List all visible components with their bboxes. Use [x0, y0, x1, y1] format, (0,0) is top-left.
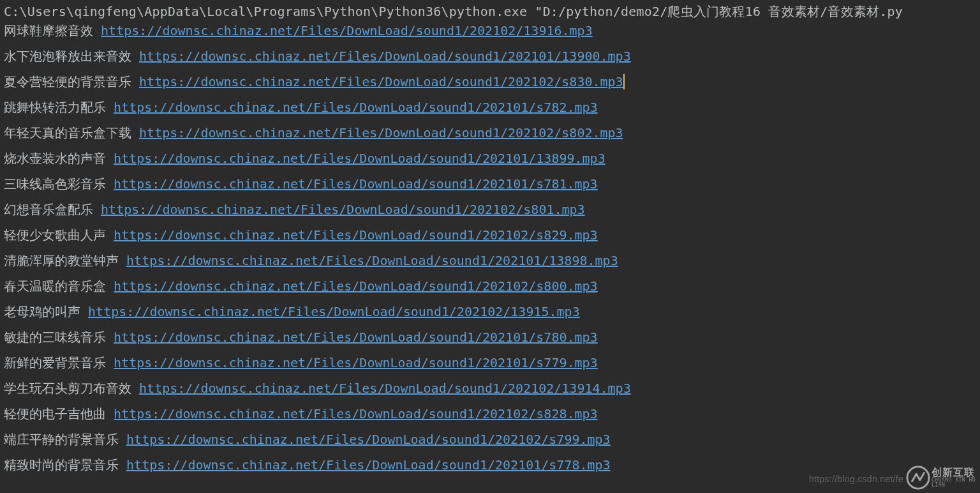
console-output[interactable]: C:\Users\qingfeng\AppData\Local\Programs…	[0, 0, 980, 471]
command-line: C:\Users\qingfeng\AppData\Local\Programs…	[4, 5, 976, 18]
output-row: 烧水壶装水的声音 https://downsc.chinaz.net/Files…	[4, 152, 976, 165]
output-label: 学生玩石头剪刀布音效	[4, 381, 131, 396]
output-row: 轻便的电子吉他曲 https://downsc.chinaz.net/Files…	[4, 407, 976, 420]
output-url-link[interactable]: https://downsc.chinaz.net/Files/DownLoad…	[126, 253, 618, 268]
output-row: 端庄平静的背景音乐 https://downsc.chinaz.net/File…	[4, 433, 976, 446]
output-url-link[interactable]: https://downsc.chinaz.net/Files/DownLoad…	[139, 74, 625, 89]
output-row: 三味线高色彩音乐 https://downsc.chinaz.net/Files…	[4, 178, 976, 190]
output-url-link[interactable]: https://downsc.chinaz.net/Files/DownLoad…	[114, 227, 598, 243]
output-row: 夏令营轻便的背景音乐 https://downsc.chinaz.net/Fil…	[4, 75, 976, 88]
output-row: 春天温暖的音乐盒 https://downsc.chinaz.net/Files…	[4, 280, 976, 292]
output-url-link[interactable]: https://downsc.chinaz.net/Files/DownLoad…	[114, 355, 598, 370]
output-label: 清脆浑厚的教堂钟声	[4, 253, 119, 268]
output-label: 敏捷的三味线音乐	[4, 330, 106, 345]
output-label: 水下泡泡释放出来音效	[4, 49, 131, 64]
output-label: 三味线高色彩音乐	[4, 176, 106, 192]
watermark-logo: 创新互联 CHUANG XIN HU LIAN	[906, 465, 976, 490]
output-label: 端庄平静的背景音乐	[4, 432, 119, 447]
output-url-link[interactable]: https://downsc.chinaz.net/Files/DownLoad…	[101, 202, 585, 217]
output-label: 烧水壶装水的声音	[4, 151, 106, 166]
logo-text-cn: 创新互联	[932, 467, 976, 478]
output-label: 轻便的电子吉他曲	[4, 406, 106, 421]
output-url-link[interactable]: https://downsc.chinaz.net/Files/DownLoad…	[88, 304, 580, 319]
output-url-link[interactable]: https://downsc.chinaz.net/Files/DownLoad…	[114, 176, 598, 192]
output-url-link[interactable]: https://downsc.chinaz.net/Files/DownLoad…	[126, 457, 611, 473]
output-row: 网球鞋摩擦音效 https://downsc.chinaz.net/Files/…	[4, 24, 976, 37]
output-row: 跳舞快转活力配乐 https://downsc.chinaz.net/Files…	[4, 101, 976, 114]
logo-icon	[906, 466, 930, 490]
output-label: 幻想音乐盒配乐	[4, 202, 93, 217]
output-url-link[interactable]: https://downsc.chinaz.net/Files/DownLoad…	[114, 100, 598, 115]
output-url-link[interactable]: https://downsc.chinaz.net/Files/DownLoad…	[139, 125, 623, 140]
output-row: 敏捷的三味线音乐 https://downsc.chinaz.net/Files…	[4, 331, 976, 344]
output-label: 春天温暖的音乐盒	[4, 278, 106, 294]
output-row: 老母鸡的叫声 https://downsc.chinaz.net/Files/D…	[4, 305, 976, 318]
output-label: 夏令营轻便的背景音乐	[4, 74, 131, 89]
output-url-link[interactable]: https://downsc.chinaz.net/Files/DownLoad…	[126, 432, 611, 447]
output-label: 轻便少女歌曲人声	[4, 227, 106, 243]
output-row: 新鲜的爱背景音乐 https://downsc.chinaz.net/Files…	[4, 356, 976, 369]
output-url-link[interactable]: https://downsc.chinaz.net/Files/DownLoad…	[114, 406, 598, 421]
output-label: 网球鞋摩擦音效	[4, 23, 93, 38]
logo-text-en: CHUANG XIN HU LIAN	[932, 478, 976, 488]
output-row: 学生玩石头剪刀布音效 https://downsc.chinaz.net/Fil…	[4, 382, 976, 395]
output-label: 新鲜的爱背景音乐	[4, 355, 106, 370]
output-row: 精致时尚的背景音乐 https://downsc.chinaz.net/File…	[4, 459, 976, 471]
output-row: 清脆浑厚的教堂钟声 https://downsc.chinaz.net/File…	[4, 254, 976, 267]
output-label: 年轻天真的音乐盒下载	[4, 125, 131, 140]
output-row: 年轻天真的音乐盒下载 https://downsc.chinaz.net/Fil…	[4, 126, 976, 139]
output-url-link[interactable]: https://downsc.chinaz.net/Files/DownLoad…	[114, 278, 598, 294]
output-label: 跳舞快转活力配乐	[4, 100, 106, 115]
output-url-link[interactable]: https://downsc.chinaz.net/Files/DownLoad…	[139, 49, 631, 64]
watermark-blog-url: https://blog.csdn.net/fe	[809, 474, 903, 484]
output-url-link[interactable]: https://downsc.chinaz.net/Files/DownLoad…	[139, 381, 631, 396]
output-url-link[interactable]: https://downsc.chinaz.net/Files/DownLoad…	[114, 151, 605, 166]
output-label: 老母鸡的叫声	[4, 304, 80, 319]
output-url-link[interactable]: https://downsc.chinaz.net/Files/DownLoad…	[101, 23, 593, 38]
output-row: 轻便少女歌曲人声 https://downsc.chinaz.net/Files…	[4, 229, 976, 241]
output-label: 精致时尚的背景音乐	[4, 457, 119, 473]
output-row: 幻想音乐盒配乐 https://downsc.chinaz.net/Files/…	[4, 203, 976, 216]
output-row: 水下泡泡释放出来音效 https://downsc.chinaz.net/Fil…	[4, 50, 976, 63]
output-url-link[interactable]: https://downsc.chinaz.net/Files/DownLoad…	[114, 330, 598, 345]
output-rows-container: 网球鞋摩擦音效 https://downsc.chinaz.net/Files/…	[4, 24, 976, 471]
